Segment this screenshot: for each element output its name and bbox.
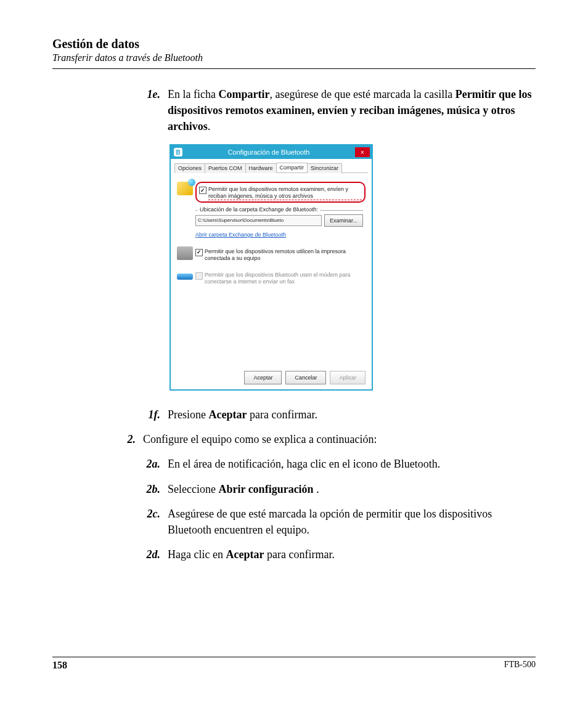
text: . [314,483,319,495]
product-model: FTB-500 [504,660,536,671]
tab-opciones[interactable]: Opciones [174,163,205,173]
step-text: En el área de notificación, haga clic en… [168,456,440,472]
tab-compartir[interactable]: Compartir [276,163,308,172]
highlighted-checkbox-group: Permitir que los dispositivos remotos ex… [195,182,365,203]
tab-hardware[interactable]: Hardware [245,163,277,173]
step-2d: 2d. Haga clic en Aceptar para confirmar. [136,546,536,562]
footer-divider [52,657,536,657]
step-number: 2c. [136,506,168,538]
step-number: 2d. [136,546,168,562]
bluetooth-icon: B [174,148,182,156]
dialog-title: Configuración de Bluetooth [182,148,355,156]
allow-browse-checkbox[interactable] [199,187,206,194]
step-text: Configure el equipo como se explica a co… [143,431,377,447]
step-number: 2b. [136,481,168,497]
text: Seleccione [168,483,218,495]
step-number: 1e. [136,86,168,134]
exchange-folder-group: Ubicación de la carpeta Exchange de Blue… [195,210,363,238]
section-subtitle: Transferir datos a través de Bluetooth [52,52,536,63]
tab-puertos-com[interactable]: Puertos COM [205,163,246,173]
step-text: Asegúrese de que esté marcada la opción … [168,506,536,538]
step-text: Seleccione Abrir configuración . [168,481,319,497]
allow-printer-checkbox[interactable] [195,249,203,256]
close-button[interactable]: × [355,147,370,157]
bluetooth-dialog-figure: B Configuración de Bluetooth × Opciones … [169,144,373,391]
step-2b: 2b. Seleccione Abrir configuración . [136,481,536,497]
dialog-footer: Aceptar Cancelar Aplicar [244,371,365,384]
step-number: 1f. [136,407,168,423]
dialog-titlebar: B Configuración de Bluetooth × [171,145,372,159]
bold: Compartir [218,88,269,100]
text: Haga clic en [168,548,226,561]
text: para confirmar. [264,548,334,561]
exchange-folder-path[interactable]: C:\Users\Supervisor\Documents\Blueto [195,215,322,226]
page-footer: 158 FTB-500 [52,652,536,671]
bold: Aceptar [226,548,264,561]
step-2c: 2c. Asegúrese de que esté marcada la opc… [136,506,536,538]
allow-browse-label: Permitir que los dispositivos remotos ex… [208,184,362,200]
text: . [208,120,211,132]
folder-share-icon [177,182,193,195]
allow-modem-label: Permitir que los dispositivos Bluetooth … [205,270,365,285]
page-number: 158 [52,660,67,671]
bluetooth-settings-dialog: B Configuración de Bluetooth × Opciones … [169,144,373,391]
step-text: Haga clic en Aceptar para confirmar. [168,546,335,562]
step-text: En la ficha Compartir, asegúrese de que … [168,86,536,134]
header-divider [52,68,536,69]
section-title: Gestión de datos [52,37,536,51]
text: En la ficha [168,88,218,100]
apply-button[interactable]: Aplicar [330,371,365,384]
allow-modem-checkbox[interactable] [195,272,203,280]
text: , asegúrese de que esté marcada la casil… [269,88,455,100]
bold: Aceptar [209,408,247,421]
step-2a: 2a. En el área de notificación, haga cli… [136,456,536,472]
text: Presione [168,408,209,421]
allow-printer-label: Permitir que los dispositivos remotos ut… [205,246,365,262]
printer-icon [177,246,193,260]
bold: Abrir configuración [218,483,313,495]
text: para confirmar. [247,408,317,421]
cancel-button[interactable]: Cancelar [285,371,326,384]
exchange-folder-legend: Ubicación de la carpeta Exchange de Blue… [198,206,320,213]
dialog-tabs: Opciones Puertos COM Hardware Compartir … [174,163,368,173]
tab-sincronizar[interactable]: Sincronizar [307,163,342,173]
step-number: 2a. [136,456,168,472]
modem-icon [177,274,193,280]
step-1f: 1f. Presione Aceptar para confirmar. [136,407,536,423]
step-text: Presione Aceptar para confirmar. [168,407,317,423]
step-1e: 1e. En la ficha Compartir, asegúrese de … [136,86,536,134]
browse-button[interactable]: Examinar... [324,214,363,227]
step-2: 2. Configure el equipo como se explica a… [111,431,536,447]
open-exchange-folder-link[interactable]: Abrir carpeta Exchange de Bluetooth [195,232,286,238]
ok-button[interactable]: Aceptar [244,371,282,384]
step-number: 2. [111,431,143,447]
